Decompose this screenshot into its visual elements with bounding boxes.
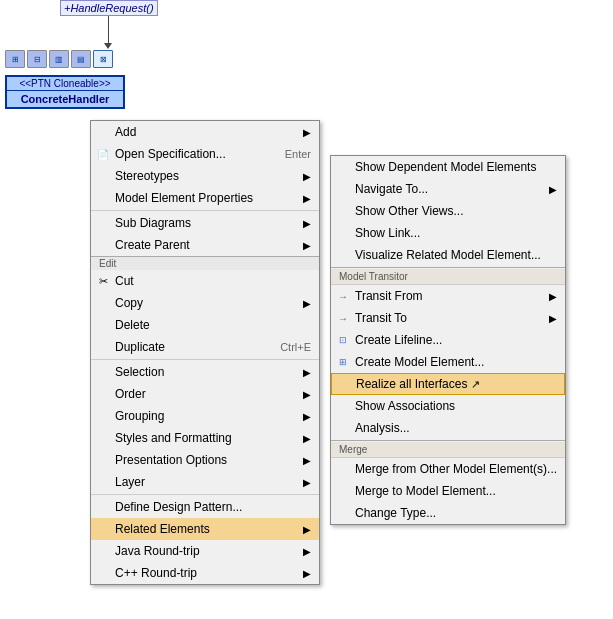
stereotypes-arrow: ▶ bbox=[295, 171, 311, 182]
menu-presentation[interactable]: Presentation Options ▶ bbox=[91, 449, 319, 471]
menu-related[interactable]: Related Elements ▶ bbox=[91, 518, 319, 540]
duplicate-shortcut: Ctrl+E bbox=[260, 341, 311, 353]
submenu-visualize[interactable]: Visualize Related Model Element... bbox=[331, 244, 565, 266]
toolbar-icon-2[interactable]: ⊟ bbox=[27, 50, 47, 68]
model-props-arrow: ▶ bbox=[295, 193, 311, 204]
separator-2 bbox=[91, 359, 319, 360]
transit-from-arrow: ▶ bbox=[541, 291, 557, 302]
copy-arrow: ▶ bbox=[295, 298, 311, 309]
menu-selection[interactable]: Selection ▶ bbox=[91, 361, 319, 383]
add-label: Add bbox=[115, 125, 136, 139]
presentation-arrow: ▶ bbox=[295, 455, 311, 466]
toolbar-icon-4[interactable]: ▤ bbox=[71, 50, 91, 68]
menu-cut[interactable]: ✂ Cut bbox=[91, 270, 319, 292]
sub-diagrams-arrow: ▶ bbox=[295, 218, 311, 229]
styles-label: Styles and Formatting bbox=[115, 431, 232, 445]
java-roundtrip-arrow: ▶ bbox=[295, 546, 311, 557]
menu-create-parent[interactable]: Create Parent ▶ bbox=[91, 234, 319, 256]
menu-grouping[interactable]: Grouping ▶ bbox=[91, 405, 319, 427]
menu-define-pattern[interactable]: Define Design Pattern... bbox=[91, 496, 319, 518]
create-model-element-label: Create Model Element... bbox=[355, 355, 484, 369]
submenu-transit-from[interactable]: → Transit From ▶ bbox=[331, 285, 565, 307]
selection-label: Selection bbox=[115, 365, 164, 379]
class-name: ConcreteHandler bbox=[7, 91, 123, 107]
add-arrow: ▶ bbox=[295, 127, 311, 138]
transit-to-arrow: ▶ bbox=[541, 313, 557, 324]
navigate-to-label: Navigate To... bbox=[355, 182, 428, 196]
submenu-analysis[interactable]: Analysis... bbox=[331, 417, 565, 439]
submenu-transit-to[interactable]: → Transit To ▶ bbox=[331, 307, 565, 329]
uml-arrow-down bbox=[108, 16, 109, 44]
toolbar-icon-5[interactable]: ⊠ bbox=[93, 50, 113, 68]
submenu-change-type[interactable]: Change Type... bbox=[331, 502, 565, 524]
related-label: Related Elements bbox=[115, 522, 210, 536]
submenu-realize-all[interactable]: Realize all Interfaces ↗ bbox=[331, 373, 565, 395]
stereotypes-label: Stereotypes bbox=[115, 169, 179, 183]
menu-layer[interactable]: Layer ▶ bbox=[91, 471, 319, 493]
transit-to-label: Transit To bbox=[355, 311, 407, 325]
menu-cpp-roundtrip[interactable]: C++ Round-trip ▶ bbox=[91, 562, 319, 584]
define-pattern-label: Define Design Pattern... bbox=[115, 500, 242, 514]
menu-delete[interactable]: Delete bbox=[91, 314, 319, 336]
order-label: Order bbox=[115, 387, 146, 401]
selection-arrow: ▶ bbox=[295, 367, 311, 378]
lifeline-icon: ⊡ bbox=[335, 332, 351, 348]
merge-to-label: Merge to Model Element... bbox=[355, 484, 496, 498]
submenu-show-associations[interactable]: Show Associations bbox=[331, 395, 565, 417]
menu-stereotypes[interactable]: Stereotypes ▶ bbox=[91, 165, 319, 187]
context-menu: Add ▶ 📄 Open Specification... Enter Ster… bbox=[90, 120, 320, 585]
visualize-label: Visualize Related Model Element... bbox=[355, 248, 541, 262]
menu-open-spec[interactable]: 📄 Open Specification... Enter bbox=[91, 143, 319, 165]
menu-model-props[interactable]: Model Element Properties ▶ bbox=[91, 187, 319, 209]
layer-arrow: ▶ bbox=[295, 477, 311, 488]
toolbar-icon-3[interactable]: ▥ bbox=[49, 50, 69, 68]
change-type-label: Change Type... bbox=[355, 506, 436, 520]
submenu-show-dependent[interactable]: Show Dependent Model Elements bbox=[331, 156, 565, 178]
duplicate-label: Duplicate bbox=[115, 340, 165, 354]
separator-1 bbox=[91, 210, 319, 211]
transitor-section: Model Transitor bbox=[331, 269, 565, 285]
submenu: Show Dependent Model Elements Navigate T… bbox=[330, 155, 566, 525]
submenu-create-lifeline[interactable]: ⊡ Create Lifeline... bbox=[331, 329, 565, 351]
show-link-label: Show Link... bbox=[355, 226, 420, 240]
layer-label: Layer bbox=[115, 475, 145, 489]
menu-sub-diagrams[interactable]: Sub Diagrams ▶ bbox=[91, 212, 319, 234]
navigate-to-arrow: ▶ bbox=[541, 184, 557, 195]
separator-3 bbox=[91, 494, 319, 495]
handle-text: +HandleRequest() bbox=[60, 0, 158, 16]
model-element-icon: ⊞ bbox=[335, 354, 351, 370]
cpp-roundtrip-arrow: ▶ bbox=[295, 568, 311, 579]
analysis-label: Analysis... bbox=[355, 421, 410, 435]
menu-styles[interactable]: Styles and Formatting ▶ bbox=[91, 427, 319, 449]
open-spec-shortcut: Enter bbox=[265, 148, 311, 160]
class-box[interactable]: <<PTN Cloneable>> ConcreteHandler bbox=[5, 75, 125, 109]
menu-duplicate[interactable]: Duplicate Ctrl+E bbox=[91, 336, 319, 358]
uml-handle-box: +HandleRequest() bbox=[60, 0, 158, 44]
toolbar-icon-1[interactable]: ⊞ bbox=[5, 50, 25, 68]
menu-order[interactable]: Order ▶ bbox=[91, 383, 319, 405]
create-lifeline-label: Create Lifeline... bbox=[355, 333, 442, 347]
submenu-show-other-views[interactable]: Show Other Views... bbox=[331, 200, 565, 222]
submenu-merge-from[interactable]: Merge from Other Model Element(s)... bbox=[331, 458, 565, 480]
merge-from-label: Merge from Other Model Element(s)... bbox=[355, 462, 557, 476]
merge-section: Merge bbox=[331, 442, 565, 458]
styles-arrow: ▶ bbox=[295, 433, 311, 444]
diagram-area: +HandleRequest() ⊞ ⊟ ▥ ▤ ⊠ <<PTN Cloneab… bbox=[0, 0, 613, 619]
merge-divider-top bbox=[331, 440, 565, 441]
edit-section-label: Edit bbox=[91, 257, 319, 270]
realize-all-label: Realize all Interfaces bbox=[356, 377, 467, 391]
menu-java-roundtrip[interactable]: Java Round-trip ▶ bbox=[91, 540, 319, 562]
submenu-create-model-element[interactable]: ⊞ Create Model Element... bbox=[331, 351, 565, 373]
transit-from-label: Transit From bbox=[355, 289, 423, 303]
menu-copy[interactable]: Copy ▶ bbox=[91, 292, 319, 314]
menu-add[interactable]: Add ▶ bbox=[91, 121, 319, 143]
submenu-merge-to[interactable]: Merge to Model Element... bbox=[331, 480, 565, 502]
transit-from-icon: → bbox=[335, 288, 351, 304]
transit-to-icon: → bbox=[335, 310, 351, 326]
copy-label: Copy bbox=[115, 296, 143, 310]
submenu-navigate-to[interactable]: Navigate To... ▶ bbox=[331, 178, 565, 200]
show-associations-label: Show Associations bbox=[355, 399, 455, 413]
submenu-show-link[interactable]: Show Link... bbox=[331, 222, 565, 244]
order-arrow: ▶ bbox=[295, 389, 311, 400]
class-stereotype: <<PTN Cloneable>> bbox=[7, 77, 123, 91]
